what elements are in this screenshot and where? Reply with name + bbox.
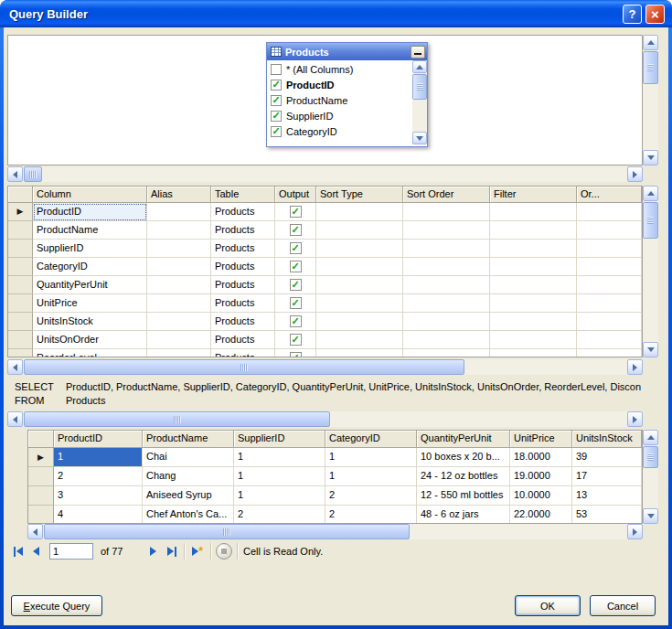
products-table-titlebar[interactable]: Products (267, 43, 427, 60)
alias-cell[interactable] (147, 258, 211, 276)
close-button[interactable]: × (645, 5, 665, 24)
output-cell[interactable]: ✓ (275, 258, 316, 276)
scroll-right-button[interactable] (627, 524, 643, 539)
result-cell[interactable]: 24 - 12 oz bottles (417, 467, 510, 486)
sort-order-cell[interactable] (403, 276, 490, 294)
or-cell[interactable] (577, 203, 642, 221)
cancel-button[interactable]: Cancel (590, 595, 656, 616)
output-cell[interactable]: ✓ (275, 349, 316, 357)
sort-type-cell[interactable] (316, 221, 403, 240)
filter-cell[interactable] (490, 349, 577, 357)
help-button[interactable]: ? (623, 5, 642, 24)
result-cell[interactable]: 19.0000 (510, 467, 572, 486)
or-cell[interactable] (577, 240, 642, 258)
column-list-item[interactable]: ✓ ProductID (267, 77, 412, 92)
scroll-thumb[interactable] (412, 74, 427, 100)
column-header[interactable]: Column (33, 187, 147, 203)
result-cell[interactable]: 4 (54, 506, 143, 524)
row-selector[interactable] (28, 486, 54, 506)
sort-order-cell[interactable] (403, 221, 490, 240)
row-selector[interactable] (8, 349, 33, 357)
or-cell[interactable] (577, 313, 642, 331)
result-header[interactable]: CategoryID (325, 431, 417, 448)
row-selector[interactable]: ▶ (8, 203, 33, 221)
scroll-left-button[interactable] (7, 166, 23, 182)
output-checkbox[interactable]: ✓ (290, 206, 302, 218)
sort-order-cell[interactable] (403, 294, 490, 313)
output-checkbox[interactable]: ✓ (290, 224, 302, 236)
sort-order-cell[interactable] (403, 313, 490, 331)
result-cell[interactable]: 22.0000 (510, 506, 572, 524)
table-cell[interactable]: Products (211, 203, 275, 221)
or-cell[interactable] (577, 294, 642, 313)
table-cell[interactable]: Products (211, 313, 275, 331)
output-checkbox[interactable]: ✓ (290, 242, 302, 254)
or-cell[interactable] (577, 258, 642, 276)
result-cell[interactable]: 1 (325, 448, 417, 467)
scroll-right-button[interactable] (627, 166, 643, 182)
row-selector[interactable]: ▶ (28, 448, 54, 467)
result-cell[interactable]: Aniseed Syrup (143, 486, 234, 506)
column-cell[interactable]: QuantityPerUnit (33, 276, 147, 294)
sort-type-cell[interactable] (316, 349, 403, 357)
result-cell[interactable]: 2 (325, 486, 417, 506)
result-cell[interactable]: 1 (234, 467, 325, 486)
output-checkbox[interactable]: ✓ (290, 297, 302, 309)
result-cell[interactable]: 12 - 550 ml bottles (417, 486, 510, 506)
execute-query-button[interactable]: Execute Query (11, 595, 102, 616)
sort-order-cell[interactable] (403, 203, 490, 221)
result-cell[interactable]: 18.0000 (510, 448, 572, 467)
result-cell[interactable]: 1 (325, 467, 417, 486)
output-cell[interactable]: ✓ (275, 203, 316, 221)
table-cell[interactable]: Products (211, 240, 275, 258)
column-list-item[interactable]: * (All Columns) (267, 61, 412, 77)
cancel-query-button[interactable] (216, 543, 232, 560)
table-cell[interactable]: Products (211, 294, 275, 313)
column-cell[interactable]: ProductID (33, 203, 147, 221)
scroll-down-button[interactable] (643, 150, 658, 165)
column-cell[interactable]: ProductName (33, 221, 147, 240)
output-checkbox[interactable]: ✓ (290, 261, 302, 272)
filter-cell[interactable] (490, 240, 577, 258)
row-selector[interactable] (8, 313, 33, 331)
row-selector[interactable] (8, 276, 33, 294)
output-cell[interactable]: ✓ (275, 294, 316, 313)
filter-cell[interactable] (490, 221, 577, 240)
column-cell[interactable]: UnitsOnOrder (33, 331, 147, 349)
scroll-left-button[interactable] (7, 411, 23, 427)
table-minimize-button[interactable] (411, 46, 425, 59)
table-cell[interactable]: Products (211, 331, 275, 349)
table-header[interactable]: Table (211, 187, 275, 203)
or-cell[interactable] (577, 276, 642, 294)
filter-cell[interactable] (490, 276, 577, 294)
column-cell[interactable]: CategoryID (33, 258, 147, 276)
alias-cell[interactable] (147, 331, 211, 349)
scroll-left-button[interactable] (27, 524, 43, 539)
column-checkbox[interactable]: ✓ (271, 126, 282, 137)
filter-cell[interactable] (490, 313, 577, 331)
selector-header-cell[interactable] (28, 431, 54, 448)
result-cell[interactable]: 10.0000 (510, 486, 572, 506)
scroll-up-button[interactable] (643, 35, 658, 50)
scroll-thumb[interactable] (44, 524, 410, 539)
scroll-down-button[interactable] (412, 132, 427, 144)
add-new-row-button[interactable]: * (187, 543, 208, 560)
result-header[interactable]: SupplierID (234, 431, 325, 448)
column-cell[interactable]: UnitsInStock (33, 313, 147, 331)
result-header[interactable]: ProductName (143, 431, 234, 448)
result-cell[interactable]: 48 - 6 oz jars (417, 506, 510, 524)
move-first-button[interactable] (9, 543, 27, 560)
sort-type-cell[interactable] (316, 240, 403, 258)
scroll-left-button[interactable] (7, 359, 23, 375)
alias-cell[interactable] (147, 313, 211, 331)
output-checkbox[interactable]: ✓ (290, 279, 302, 291)
output-checkbox[interactable]: ✓ (290, 334, 302, 346)
row-selector[interactable] (8, 221, 33, 240)
results-horizontal-scrollbar[interactable] (27, 524, 643, 539)
filter-cell[interactable] (490, 203, 577, 221)
results-vertical-scrollbar[interactable] (643, 430, 658, 524)
result-cell[interactable]: 3 (54, 486, 143, 506)
result-header[interactable]: ProductID (54, 431, 143, 448)
result-cell[interactable]: 2 (325, 506, 417, 524)
filter-cell[interactable] (490, 258, 577, 276)
